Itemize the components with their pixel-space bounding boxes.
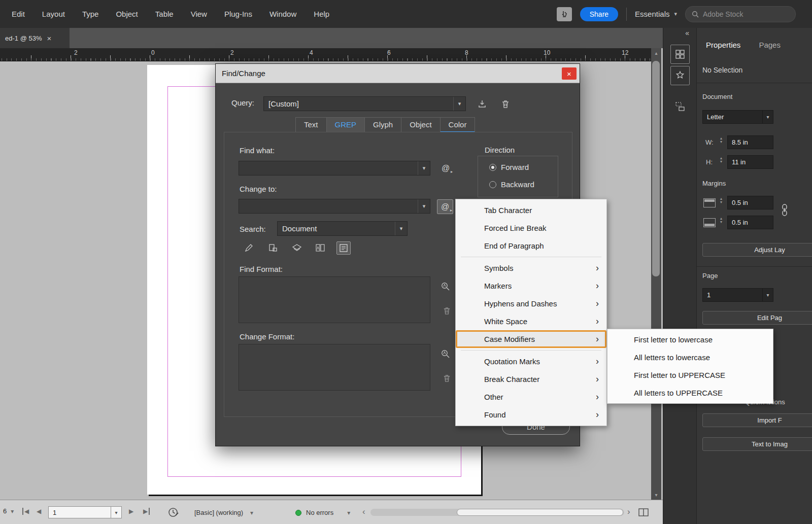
context-menu-item[interactable]: Tab Character: [456, 201, 606, 219]
include-footnotes-icon[interactable]: [336, 241, 351, 255]
height-field[interactable]: 11 in: [727, 155, 773, 169]
dock-libraries-icon[interactable]: [670, 45, 690, 64]
page-size-dropdown[interactable]: Letter ▾: [702, 110, 773, 124]
step-down-icon[interactable]: ▾: [720, 140, 722, 144]
chevron-down-icon[interactable]: ▾: [418, 161, 430, 175]
save-query-icon[interactable]: [476, 97, 489, 111]
first-page-button[interactable]: ◀: [22, 508, 29, 515]
adobe-stock-search[interactable]: Adobe Stock: [685, 6, 796, 22]
context-menu-item[interactable]: Hyphens and Dashes ›: [456, 295, 606, 312]
find-format-box[interactable]: [239, 276, 430, 323]
margin-top-field[interactable]: 0.5 in: [727, 196, 773, 209]
clear-find-format-icon[interactable]: [440, 304, 453, 318]
menu-item-case-modifiers[interactable]: Case Modifiers ›: [456, 330, 606, 348]
delete-query-icon[interactable]: [499, 97, 512, 111]
submenu-item[interactable]: First letter to UPPERCASE: [607, 366, 773, 384]
scroll-right-icon[interactable]: ›: [627, 507, 630, 517]
submenu-item[interactable]: First letter to lowercase: [607, 331, 773, 348]
query-dropdown[interactable]: [Custom] ▾: [263, 96, 466, 111]
tab-object[interactable]: Object: [401, 117, 440, 132]
specify-find-format-icon[interactable]: [439, 280, 452, 293]
height-stepper[interactable]: ▴ ▾: [718, 156, 724, 163]
find-what-input[interactable]: ▾: [239, 161, 430, 176]
horizontal-scrollbar[interactable]: [370, 509, 624, 516]
preflight-status-control[interactable]: No errors ▾: [295, 509, 350, 516]
page-number-box[interactable]: 1 ▾: [48, 506, 122, 518]
context-menu-item[interactable]: Other ›: [456, 388, 606, 406]
presentation-mode-icon[interactable]: [557, 7, 572, 21]
width-stepper[interactable]: ▴ ▾: [718, 136, 724, 144]
menu-layout[interactable]: Layout: [33, 0, 74, 28]
tab-glyph[interactable]: Glyph: [364, 117, 401, 132]
next-page-button[interactable]: ▶: [129, 508, 133, 515]
change-format-box[interactable]: [239, 344, 430, 391]
menu-help[interactable]: Help: [305, 0, 338, 28]
menu-edit[interactable]: Edit: [3, 0, 33, 28]
include-locked-layers-icon[interactable]: [242, 241, 256, 255]
search-scope-dropdown[interactable]: Document ▾: [277, 221, 408, 236]
share-button[interactable]: Share: [580, 7, 618, 21]
close-tab-icon[interactable]: ×: [47, 34, 51, 43]
width-field[interactable]: 8.5 in: [727, 135, 773, 149]
menu-object[interactable]: Object: [107, 0, 146, 28]
direction-backward-option[interactable]: Backward: [489, 180, 534, 189]
change-to-input[interactable]: ▾: [239, 199, 430, 214]
menu-plugins[interactable]: Plug-Ins: [216, 0, 261, 28]
chevron-down-icon[interactable]: ▾: [762, 289, 773, 301]
include-master-pages-icon[interactable]: [313, 241, 327, 255]
context-menu-item[interactable]: Forced Line Break: [456, 219, 606, 237]
clear-change-format-icon[interactable]: [440, 372, 453, 385]
specify-change-format-icon[interactable]: [439, 347, 452, 361]
tab-pages[interactable]: Pages: [759, 41, 781, 49]
vertical-scroll-thumb[interactable]: [652, 61, 660, 276]
horizontal-scroll-thumb[interactable]: [457, 509, 623, 516]
preflight-profile-control[interactable]: [Basic] (working) ▾: [194, 509, 253, 516]
adjust-layout-button[interactable]: Adjust Lay: [702, 243, 812, 257]
chevron-down-icon[interactable]: ▾: [762, 111, 773, 123]
dialog-close-button[interactable]: ×: [562, 67, 577, 80]
tab-color[interactable]: Color: [440, 117, 476, 132]
include-locked-stories-icon[interactable]: [266, 241, 280, 255]
previous-page-button[interactable]: ◀: [37, 508, 41, 515]
context-menu-item[interactable]: Markers ›: [456, 277, 606, 295]
menu-type[interactable]: Type: [74, 0, 108, 28]
page-number-dropdown[interactable]: 1 ▾: [702, 288, 773, 302]
edit-page-button[interactable]: Edit Pag: [702, 311, 812, 325]
workspace-switcher[interactable]: Essentials ▾: [635, 10, 677, 18]
step-down-icon[interactable]: ▾: [720, 220, 722, 224]
menu-view[interactable]: View: [182, 0, 216, 28]
direction-forward-option[interactable]: Forward: [489, 163, 529, 171]
preflight-menu-icon[interactable]: [167, 506, 180, 518]
chevron-down-icon[interactable]: ▾: [418, 199, 430, 213]
context-menu-item[interactable]: End of Paragraph: [456, 237, 606, 255]
dock-new-features-icon[interactable]: [670, 66, 690, 85]
last-page-button[interactable]: ▶: [143, 508, 150, 515]
context-menu-item[interactable]: Break Character ›: [456, 370, 606, 388]
margin-bottom-field[interactable]: 0.5 in: [727, 216, 773, 229]
find-special-characters-icon[interactable]: @ ▸: [438, 161, 453, 175]
import-file-button[interactable]: Import F: [702, 413, 812, 427]
context-menu-item[interactable]: White Space ›: [456, 312, 606, 330]
menu-table[interactable]: Table: [147, 0, 182, 28]
vertical-scrollbar[interactable]: ▴ ▾: [651, 48, 661, 500]
link-margins-icon[interactable]: [780, 203, 789, 217]
step-down-icon[interactable]: ▾: [720, 200, 722, 204]
collapse-panels-icon[interactable]: «: [685, 29, 689, 37]
tab-text[interactable]: Text: [295, 117, 327, 132]
scroll-down-icon[interactable]: ▾: [651, 492, 661, 498]
chevron-down-icon[interactable]: ▾: [111, 507, 121, 518]
step-down-icon[interactable]: ▾: [720, 160, 722, 163]
scroll-left-icon[interactable]: ‹: [362, 507, 365, 517]
tab-properties[interactable]: Properties: [706, 41, 740, 49]
margin-bottom-stepper[interactable]: ▴ ▾: [718, 217, 724, 224]
chevron-down-icon[interactable]: ▾: [395, 222, 407, 235]
margin-top-stepper[interactable]: ▴ ▾: [718, 197, 724, 204]
scroll-up-icon[interactable]: ▴: [651, 50, 661, 56]
chevron-down-icon[interactable]: ▾: [453, 97, 465, 111]
tab-grep[interactable]: GREP: [326, 117, 365, 132]
menu-window[interactable]: Window: [261, 0, 305, 28]
context-menu-item[interactable]: Found ›: [456, 406, 606, 424]
include-hidden-layers-icon[interactable]: [290, 241, 304, 255]
spread-view-icon[interactable]: [638, 508, 649, 516]
context-menu-item[interactable]: Symbols ›: [456, 259, 606, 277]
